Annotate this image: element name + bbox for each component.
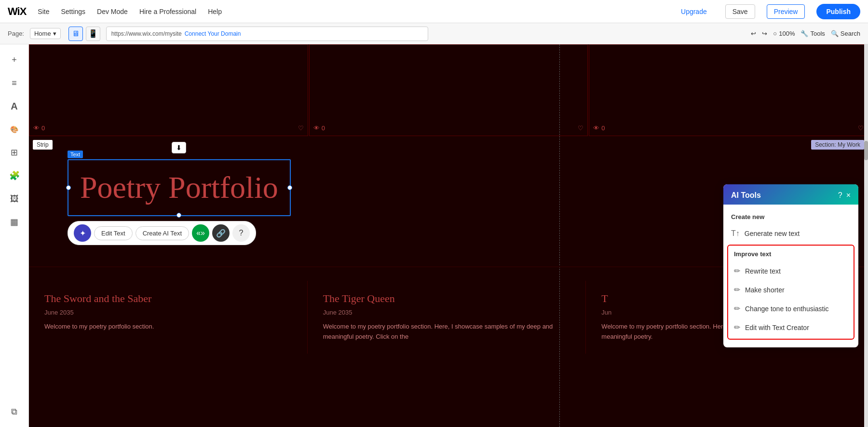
canvas-area: 👁 0 ♡ 👁 0 ♡ [29, 44, 868, 427]
poetry-title-text: Poetry Portfolio [80, 170, 278, 206]
resize-handle-bottom[interactable] [176, 213, 181, 218]
poem-title-1: The Sword and the Saber [44, 292, 292, 305]
download-icon-button[interactable]: ⬇ [172, 142, 186, 153]
generate-new-text-label: Generate new text [745, 230, 800, 237]
gallery-card-3: 👁 0 ♡ [589, 44, 868, 136]
poetry-col-2: The Tiger Queen June 2035 Welcome to my … [308, 281, 586, 354]
card-2-views: 👁 0 [313, 124, 325, 132]
sidebar-table-icon[interactable]: ▦ [5, 212, 24, 232]
zoom-indicator[interactable]: ○ 100% [773, 30, 795, 37]
nav-site[interactable]: Site [38, 8, 49, 15]
ai-panel-body: Create new T↑ Generate new text Improve … [723, 205, 858, 347]
edit-with-creator-item[interactable]: ✏ Edit with Text Creator [728, 318, 854, 337]
nav-devmode[interactable]: Dev Mode [97, 8, 128, 15]
chevron-down-icon: ▾ [53, 30, 56, 37]
view-count-2: 0 [322, 124, 325, 132]
poem-title-2: The Tiger Queen [323, 292, 570, 305]
ai-panel-actions: ? × [838, 191, 851, 200]
ai-close-icon[interactable]: × [846, 191, 851, 200]
url-bar[interactable]: https://www.wix.com/mysite Connect Your … [106, 27, 428, 41]
heart-icon-3: ♡ [858, 124, 864, 132]
tone-icon: ✏ [734, 304, 740, 313]
url-text: https://www.wix.com/mysite [111, 30, 182, 37]
ai-tools-panel: AI Tools ? × Create new T↑ Generate new … [723, 184, 858, 347]
link-icon-button[interactable]: 🔗 [212, 224, 230, 242]
gallery-card-1: 👁 0 ♡ [29, 44, 308, 136]
poetry-col-1: The Sword and the Saber June 2035 Welcom… [29, 281, 308, 354]
undo-button[interactable]: ↩ [751, 30, 756, 37]
shorter-icon: ✏ [734, 285, 740, 294]
ai-button[interactable]: ✦ [74, 224, 91, 242]
page-selector[interactable]: Home ▾ [30, 28, 61, 39]
search-icon: 🔍 [831, 30, 839, 37]
improve-text-section: Improve text ✏ Rewrite text ✏ Make short… [727, 245, 854, 340]
upgrade-button[interactable]: Upgrade [674, 5, 714, 18]
right-scrollbar[interactable] [864, 44, 868, 427]
scrollbar-thumb[interactable] [864, 141, 868, 160]
text-edit-container: Text ⬇ Poetry Portfolio ✦ Edit Text Crea… [68, 159, 291, 216]
sidebar-text-icon[interactable]: A [5, 96, 24, 116]
generate-new-text-item[interactable]: T↑ Generate new text [723, 224, 858, 243]
ai-help-icon[interactable]: ? [838, 191, 842, 200]
canvas-content: 👁 0 ♡ 👁 0 ♡ [29, 44, 868, 427]
poetry-title-textbox[interactable]: Poetry Portfolio [68, 159, 291, 216]
nav-help[interactable]: Help [208, 8, 222, 15]
connect-domain-link[interactable]: Connect Your Domain [185, 30, 241, 37]
eye-icon-1: 👁 [33, 124, 40, 132]
text-element-label: Text [68, 151, 83, 158]
eye-icon-2: 👁 [313, 124, 320, 132]
tools-label: Tools [810, 30, 825, 37]
sidebar-theme-icon[interactable]: 🎨 [5, 120, 24, 139]
rewrite-icon: ✏ [734, 266, 740, 275]
change-tone-label: Change tone to enthusiastic [745, 305, 829, 313]
redo-button[interactable]: ↪ [762, 30, 767, 37]
save-button[interactable]: Save [725, 4, 755, 19]
card-2-likes: ♡ [578, 124, 583, 132]
nav-hire[interactable]: Hire a Professional [139, 8, 196, 15]
sidebar-add-icon[interactable]: + [5, 50, 24, 69]
text-toolbar: ✦ Edit Text Create AI Text «» 🔗 ? [68, 221, 256, 245]
desktop-device-icon[interactable]: 🖥 [68, 27, 83, 41]
sidebar-image-icon[interactable]: 🖼 [5, 189, 24, 208]
help-icon-button[interactable]: ? [232, 224, 250, 242]
view-count-3: 0 [601, 124, 605, 132]
rewrite-text-item[interactable]: ✏ Rewrite text [728, 262, 854, 280]
poem-text-2: Welcome to my poetry portfolio section. … [323, 322, 570, 342]
search-button[interactable]: 🔍 Search [831, 30, 860, 37]
download-icon: ⬇ [176, 144, 182, 152]
resize-handle-left[interactable] [66, 185, 71, 190]
heart-icon-2: ♡ [578, 124, 583, 132]
gallery-card-2: 👁 0 ♡ [309, 44, 588, 136]
sidebar-layers-icon[interactable]: ⧉ [5, 402, 24, 421]
strip-label[interactable]: Strip [33, 140, 53, 150]
sidebar-apps-icon[interactable]: ⊞ [5, 143, 24, 162]
zoom-level: 100% [779, 30, 795, 37]
preview-button[interactable]: Preview [767, 4, 805, 19]
edit-text-button[interactable]: Edit Text [94, 226, 133, 240]
view-count-1: 0 [41, 124, 45, 132]
heart-icon-1: ♡ [298, 124, 304, 132]
card-1-views: 👁 0 [33, 124, 45, 132]
card-3-bottom: 👁 0 ♡ [593, 124, 864, 132]
publish-button[interactable]: Publish [816, 4, 860, 19]
create-new-title: Create new [723, 210, 858, 224]
poem-date-2: June 2035 [323, 309, 570, 316]
sidebar-menu-icon[interactable]: ≡ [5, 73, 24, 93]
sidebar-puzzle-icon[interactable]: 🧩 [5, 166, 24, 185]
tools-button[interactable]: 🔧 Tools [800, 30, 825, 37]
improve-text-title: Improve text [728, 248, 854, 262]
format-icon-button[interactable]: «» [192, 224, 209, 242]
nav-settings[interactable]: Settings [61, 8, 85, 15]
tools-icon: 🔧 [800, 30, 808, 37]
mobile-device-icon[interactable]: 📱 [86, 27, 100, 41]
top-bar: WiX Site Settings Dev Mode Hire a Profes… [0, 0, 868, 23]
change-tone-item[interactable]: ✏ Change tone to enthusiastic [728, 299, 854, 318]
section-label[interactable]: Section: My Work [811, 140, 864, 150]
ai-panel-title: AI Tools [731, 191, 761, 200]
make-shorter-label: Make shorter [745, 286, 785, 294]
make-shorter-item[interactable]: ✏ Make shorter [728, 280, 854, 299]
resize-handle-right[interactable] [287, 185, 292, 190]
generate-icon: T↑ [731, 229, 740, 238]
create-ai-text-button[interactable]: Create AI Text [136, 226, 189, 240]
creator-icon: ✏ [734, 323, 740, 332]
